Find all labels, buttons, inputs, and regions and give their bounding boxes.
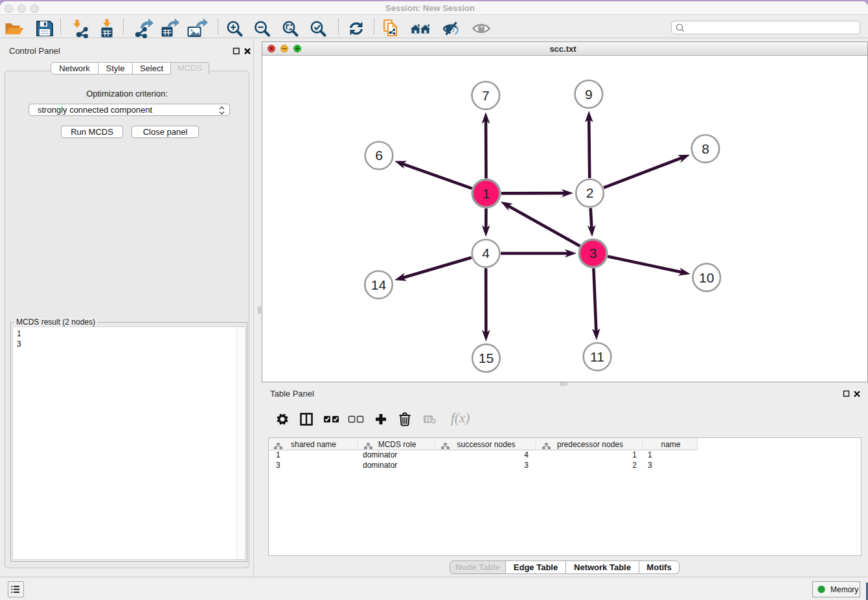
- svg-text:3: 3: [589, 246, 597, 260]
- svg-text:8: 8: [702, 141, 709, 156]
- svg-text:9: 9: [585, 87, 593, 102]
- svg-text:6: 6: [375, 148, 383, 163]
- svg-text:11: 11: [590, 349, 604, 364]
- svg-text:1: 1: [483, 186, 490, 201]
- svg-text:4: 4: [482, 246, 490, 260]
- svg-text:10: 10: [699, 270, 714, 285]
- svg-text:7: 7: [482, 88, 490, 103]
- svg-text:15: 15: [479, 351, 494, 365]
- svg-text:2: 2: [586, 185, 594, 200]
- svg-text:14: 14: [371, 277, 387, 292]
